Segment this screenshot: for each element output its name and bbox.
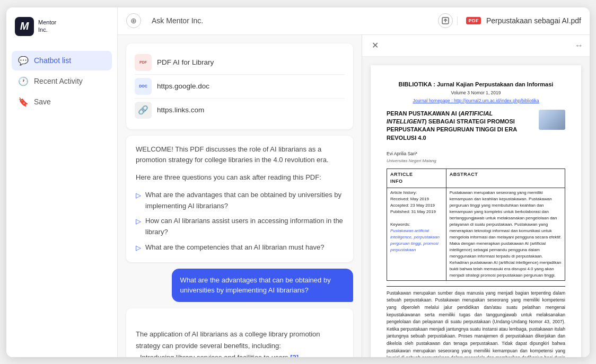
sidebar-item-label: Recent Activity [34, 77, 83, 85]
pdf-toolbar: ✕ ↔ [362, 35, 590, 57]
pdf-keywords: Pustakawan artificial intelligence, perp… [390, 228, 443, 253]
ai-response-text: The application of AI librarians as a co… [136, 317, 344, 357]
sidebar: M Mentor Inc. 💬 Chatbot list 🕐 Recent Ac… [6, 7, 118, 357]
logo-icon: M [15, 17, 34, 36]
back-icon: ⊕ [130, 16, 137, 25]
question-text-2: How can AI librarians assist users in ac… [145, 216, 344, 238]
question-list: ▷ What are the advantages that can be ob… [136, 190, 344, 254]
file-name-link: https.links.com [157, 106, 204, 114]
file-name-pdf: PDF AI for Library [157, 58, 214, 66]
ref-link-2[interactable]: [2] [290, 353, 299, 357]
pdf-affiliation: Universitas Negeri Malang [387, 158, 565, 164]
pdf-article-title: PERAN PUSTAKAWAN AI (ARTIFICIAL INTELLIG… [387, 110, 533, 143]
pdf-nav-button[interactable]: ↔ [575, 41, 583, 50]
question-item-2[interactable]: ▷ How can AI librarians assist users in … [136, 216, 344, 238]
pdf-filename: Perpustakaan sebagai AI.pdf [486, 16, 581, 25]
chat-icon: 💬 [18, 56, 29, 66]
file-item-pdf[interactable]: PDF PDF AI for Library [135, 51, 345, 75]
main-area: ⊕ Ask Mentor Inc. PDF Perpustakaan sebag… [118, 7, 590, 357]
nav-icon: ↔ [575, 41, 583, 50]
user-message-bubble: What are the advantages that can be obta… [172, 269, 353, 302]
pdf-article-info-header: ARTICLE INFO [387, 169, 446, 188]
link-file-icon: 🔗 [135, 102, 152, 119]
pdf-homepage: Journal homepage : http://journal2.um.ac… [387, 97, 565, 104]
sidebar-item-chatbot-list[interactable]: 💬 Chatbot list [12, 51, 112, 70]
file-item-doc[interactable]: DOC https.google.doc [135, 75, 345, 99]
question-item-1[interactable]: ▷ What are the advantages that can be ob… [136, 190, 344, 212]
question-item-3[interactable]: ▷ What are the competencies that an AI l… [136, 242, 344, 254]
file-card: PDF PDF AI for Library DOC https.google.… [126, 43, 353, 129]
pdf-header-row: PERAN PUSTAKAWAN AI (ARTIFICIAL INTELLIG… [387, 110, 565, 146]
pdf-volume: Volume 3 Nomor 1, 2019 [387, 90, 565, 96]
pdf-abstract-header: ABSTRACT [446, 169, 565, 188]
pdf-thumbnail [539, 110, 565, 130]
question-text-3: What are the competencies that an AI lib… [145, 242, 324, 253]
pdf-close-button[interactable]: ✕ [369, 39, 381, 52]
welcome-card: WELCOME! This PDF discusses the role of … [126, 136, 353, 262]
pdf-page: BIBLIOTIKA : Jurnal Kajian Perpustakaan … [371, 65, 581, 357]
pdf-journal-title: BIBLIOTIKA : Jurnal Kajian Perpustakaan … [387, 80, 565, 89]
ask-title: Ask Mentor Inc. [152, 16, 203, 25]
pdf-abstract-text: Pustakawan merupakan seseorang yang memi… [446, 188, 565, 280]
pdf-author: Evi Aprilia Sari* [387, 150, 565, 157]
upload-button[interactable] [438, 13, 453, 28]
pdf-header-text: PERAN PUSTAKAWAN AI (ARTIFICIAL INTELLIG… [387, 110, 533, 146]
app-container: M Mentor Inc. 💬 Chatbot list 🕐 Recent Ac… [6, 7, 590, 357]
close-icon: ✕ [372, 40, 379, 50]
pdf-file-icon: PDF [135, 54, 152, 71]
pdf-article-history: Article history: Received: May 2019 Acce… [387, 188, 446, 280]
welcome-intro: WELCOME! This PDF discusses the role of … [136, 144, 344, 166]
top-bar-right: PDF Perpustakaan sebagai AI.pdf [457, 16, 581, 25]
back-button[interactable]: ⊕ [126, 13, 141, 28]
pdf-article-table: ARTICLE INFO ABSTRACT Article history: R… [387, 168, 565, 281]
bookmark-icon: 🔖 [18, 97, 29, 107]
pdf-body-para1: Pustakawan merupakan sumber daya manusia… [387, 290, 565, 357]
sidebar-nav: 💬 Chatbot list 🕐 Recent Activity 🔖 Save [6, 47, 117, 116]
welcome-sub: Here are three questions you can ask aft… [136, 172, 344, 183]
logo-text: Mentor Inc. [38, 19, 56, 33]
content-area: PDF PDF AI for Library DOC https.google.… [118, 35, 590, 357]
q-arrow-1: ▷ [136, 190, 141, 201]
sidebar-item-label: Save [34, 97, 51, 106]
file-item-link[interactable]: 🔗 https.links.com [135, 99, 345, 122]
chat-panel: PDF PDF AI for Library DOC https.google.… [118, 35, 362, 357]
doc-file-icon: DOC [135, 78, 152, 95]
logo-area: M Mentor Inc. [6, 7, 117, 47]
pdf-badge: PDF [466, 17, 481, 24]
pdf-content[interactable]: BIBLIOTIKA : Jurnal Kajian Perpustakaan … [362, 57, 590, 357]
pdf-divider [387, 286, 565, 287]
clock-icon: 🕐 [18, 76, 29, 86]
sidebar-item-label: Chatbot list [34, 56, 71, 65]
sidebar-item-recent-activity[interactable]: 🕐 Recent Activity [12, 72, 112, 91]
pdf-panel: ✕ ↔ BIBLIOTIKA : Jurnal Kajian Perpustak… [362, 35, 590, 357]
ai-response-card: The application of AI librarians as a co… [126, 308, 353, 357]
user-message-text: What are the advantages that can be obta… [180, 276, 331, 295]
file-name-doc: https.google.doc [157, 82, 209, 90]
q-arrow-3: ▷ [136, 243, 141, 254]
question-text-1: What are the advantages that can be obta… [145, 190, 344, 212]
q-arrow-2: ▷ [136, 216, 141, 227]
sidebar-item-save[interactable]: 🔖 Save [12, 92, 112, 112]
top-bar-left: ⊕ Ask Mentor Inc. [126, 13, 453, 28]
pdf-homepage-url[interactable]: http://journal2.um.ac.id/index.php/bibli… [454, 98, 539, 103]
top-bar: ⊕ Ask Mentor Inc. PDF Perpustakaan sebag… [118, 7, 590, 35]
